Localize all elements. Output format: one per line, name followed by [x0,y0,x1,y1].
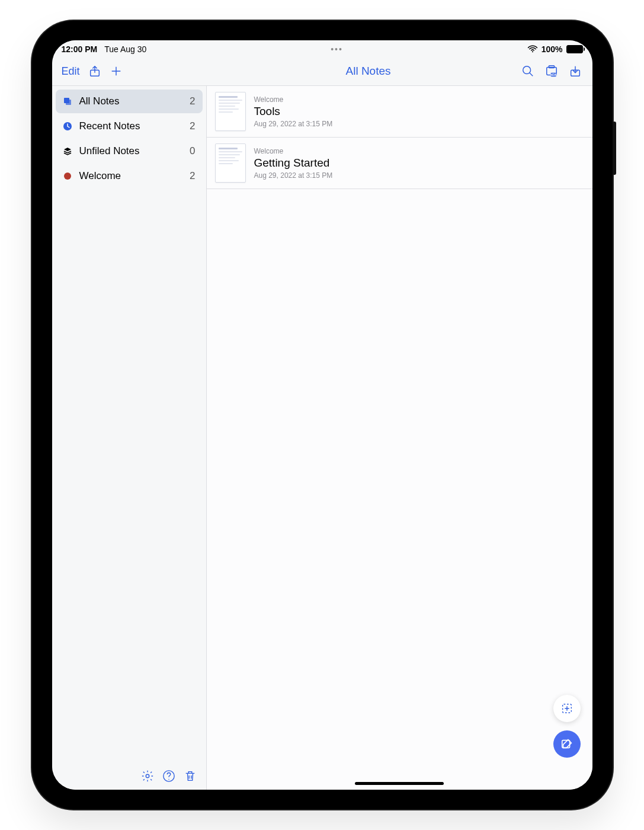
svg-rect-4 [549,66,554,68]
search-icon [521,65,534,78]
note-date: Aug 29, 2022 at 3:15 PM [254,120,333,128]
selection-icon [560,702,573,715]
main: WelcomeToolsAug 29, 2022 at 3:15 PMWelco… [207,86,592,790]
sidebar: All Notes2Recent Notes2Unfiled Notes0Wel… [52,86,207,790]
note-item[interactable]: WelcomeToolsAug 29, 2022 at 3:15 PM [207,86,592,138]
dot-icon [63,171,72,181]
sidebar-item-label: Recent Notes [79,120,140,132]
note-category: Welcome [254,95,333,104]
statusbar-left: 12:00 PM Tue Aug 30 [62,44,147,54]
note-meta: WelcomeToolsAug 29, 2022 at 3:15 PM [254,95,333,128]
battery-icon [566,45,583,53]
statusbar-time: 12:00 PM [62,44,98,54]
toolbar: Edit All Notes NEW [52,57,592,86]
statusbar-date: Tue Aug 30 [104,44,146,54]
scan-button[interactable]: NEW [545,65,558,78]
sidebar-footer [52,762,206,790]
sidebar-item-count: 0 [190,145,195,157]
edit-button[interactable]: Edit [62,65,80,78]
statusbar: 12:00 PM Tue Aug 30 ••• 100% [52,40,592,57]
share-icon [88,65,101,78]
scan-new-icon: NEW [545,65,558,78]
clock-icon [63,122,72,131]
note-thumbnail [215,143,246,183]
note-meta: WelcomeGetting StartedAug 29, 2022 at 3:… [254,147,333,180]
sidebar-item-label: Welcome [79,170,121,182]
download-icon [569,65,582,78]
import-button[interactable] [569,65,582,78]
sidebar-item-label: All Notes [79,95,120,107]
note-title: Tools [254,105,333,118]
body: All Notes2Recent Notes2Unfiled Notes0Wel… [52,86,592,790]
settings-button[interactable] [141,770,154,783]
svg-rect-9 [66,100,71,105]
sidebar-item-welcome[interactable]: Welcome2 [56,164,203,188]
compose-icon [560,738,573,751]
sidebar-item-count: 2 [190,120,195,132]
note-thumbnail [215,92,246,131]
compose-fab[interactable] [553,730,581,758]
note-title: Getting Started [254,157,333,170]
selection-fab[interactable] [553,695,581,722]
battery-pct: 100% [542,44,563,54]
stack-icon [63,97,72,106]
screen: 12:00 PM Tue Aug 30 ••• 100% Edit [52,40,592,790]
statusbar-handle: ••• [146,44,527,54]
search-button[interactable] [521,65,534,78]
sidebar-item-label: Unfiled Notes [79,145,140,157]
add-button[interactable] [110,65,123,78]
sidebar-item-all-notes[interactable]: All Notes2 [56,90,203,113]
page-title: All Notes [216,65,521,78]
help-button[interactable] [162,770,175,783]
svg-point-14 [168,779,169,780]
sidebar-item-count: 2 [190,170,195,182]
help-icon [162,770,175,783]
gear-icon [141,770,154,783]
sidebar-item-unfiled-notes[interactable]: Unfiled Notes0 [56,139,203,163]
floating-buttons [553,695,581,758]
plus-icon [110,65,123,78]
svg-point-0 [532,51,533,52]
notes-list: WelcomeToolsAug 29, 2022 at 3:15 PMWelco… [207,86,592,189]
share-button[interactable] [88,65,101,78]
wifi-icon [527,44,538,55]
trash-button[interactable] [184,770,197,783]
statusbar-right: 100% [527,44,583,55]
svg-point-11 [64,173,71,180]
svg-point-2 [523,66,530,74]
note-category: Welcome [254,147,333,155]
note-item[interactable]: WelcomeGetting StartedAug 29, 2022 at 3:… [207,138,592,189]
home-indicator[interactable] [355,782,444,785]
trash-icon [184,770,197,783]
sidebar-list: All Notes2Recent Notes2Unfiled Notes0Wel… [52,86,206,191]
ipad-frame: 12:00 PM Tue Aug 30 ••• 100% Edit [32,21,613,809]
sidebar-item-recent-notes[interactable]: Recent Notes2 [56,114,203,138]
layers-icon [63,146,72,156]
svg-point-12 [146,774,149,778]
note-date: Aug 29, 2022 at 3:15 PM [254,171,333,180]
svg-text:NEW: NEW [550,74,556,76]
sidebar-item-count: 2 [190,95,195,107]
